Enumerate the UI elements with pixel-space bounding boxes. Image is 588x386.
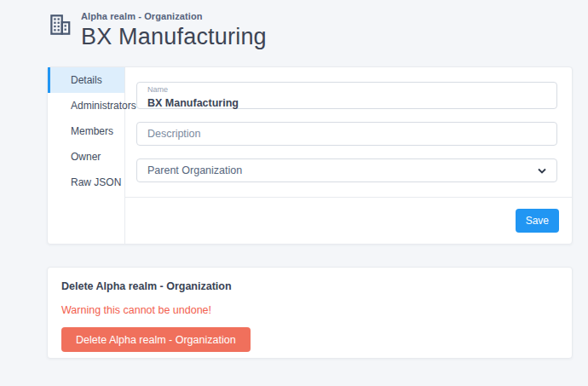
parent-organization-selected-value: Parent Organization xyxy=(147,164,242,176)
chevron-down-icon xyxy=(538,168,546,174)
delete-section-heading: Delete Alpha realm - Organization xyxy=(61,280,558,292)
name-field-box: Name xyxy=(136,82,557,109)
details-form: Name Parent Organization Save xyxy=(125,67,572,244)
organization-details-page: Alpha realm - Organization BX Manufactur… xyxy=(0,0,588,386)
name-input[interactable] xyxy=(147,96,546,110)
header-texts: Alpha realm - Organization BX Manufactur… xyxy=(81,10,267,50)
parent-organization-select[interactable]: Parent Organization xyxy=(136,158,557,182)
description-field-box xyxy=(136,122,557,146)
tab-administrators[interactable]: Administrators xyxy=(48,93,124,118)
section-tabs: Details Administrators Members Owner Raw… xyxy=(48,67,125,244)
tab-members[interactable]: Members xyxy=(48,118,124,144)
form-footer: Save xyxy=(125,197,572,244)
form-fields: Name Parent Organization xyxy=(125,67,572,197)
delete-organization-card: Delete Alpha realm - Organization Warnin… xyxy=(47,267,573,359)
breadcrumb: Alpha realm - Organization xyxy=(81,11,267,21)
tab-owner[interactable]: Owner xyxy=(48,144,124,170)
page-title: BX Manufacturing xyxy=(81,24,267,50)
building-icon xyxy=(49,13,72,37)
save-button[interactable]: Save xyxy=(516,209,559,233)
page-header: Alpha realm - Organization BX Manufactur… xyxy=(49,10,267,50)
description-input[interactable] xyxy=(137,123,556,145)
name-field-label: Name xyxy=(147,85,546,95)
delete-warning-text: Warning this cannot be undone! xyxy=(61,304,558,316)
tab-details[interactable]: Details xyxy=(48,67,124,93)
organization-form-card: Details Administrators Members Owner Raw… xyxy=(47,66,573,245)
tab-raw-json[interactable]: Raw JSON xyxy=(48,170,124,195)
delete-organization-button[interactable]: Delete Alpha realm - Organization xyxy=(61,327,251,352)
